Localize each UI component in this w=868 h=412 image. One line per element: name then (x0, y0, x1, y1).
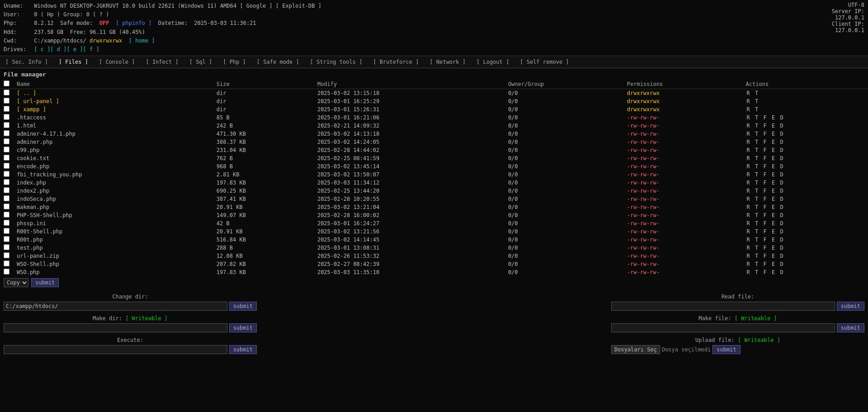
read-file-submit[interactable]: submit (837, 302, 864, 311)
action-e[interactable]: E (772, 147, 775, 153)
action-r[interactable]: R (747, 228, 750, 235)
file-name[interactable]: encode.php (13, 162, 213, 170)
row-checkbox[interactable] (4, 212, 9, 218)
action-t[interactable]: T (755, 188, 758, 194)
action-t[interactable]: T (755, 228, 758, 235)
select-all-checkbox[interactable] (4, 81, 9, 86)
action-t[interactable]: T (755, 106, 758, 113)
action-t[interactable]: T (755, 163, 758, 170)
action-t[interactable]: T (755, 139, 758, 145)
action-e[interactable]: E (772, 245, 775, 251)
file-perms[interactable]: -rw-rw-rw- (623, 146, 742, 154)
row-checkbox[interactable] (4, 147, 9, 152)
action-f[interactable]: F (764, 180, 767, 186)
file-perms[interactable]: -rw-rw-rw- (623, 227, 742, 236)
row-checkbox[interactable] (4, 138, 9, 144)
action-r[interactable]: R (747, 114, 750, 121)
action-d[interactable]: D (780, 245, 783, 251)
action-r[interactable]: R (747, 245, 750, 251)
action-d[interactable]: D (780, 228, 783, 235)
row-checkbox[interactable] (4, 90, 9, 95)
nav-bruteforce[interactable]: [ Bruteforce ] (368, 58, 424, 66)
file-perms[interactable]: drwxrwxrwx (623, 97, 742, 105)
action-e[interactable]: E (772, 188, 775, 194)
action-f[interactable]: F (764, 253, 767, 259)
action-e[interactable]: E (772, 131, 775, 137)
execute-submit[interactable]: submit (229, 345, 257, 354)
read-file-input[interactable] (611, 302, 835, 311)
nav-infect[interactable]: [ Infect ] (140, 58, 184, 66)
cwd-perms[interactable]: drwxrwxrwx (90, 38, 122, 44)
row-checkbox[interactable] (4, 130, 9, 136)
action-r[interactable]: R (747, 253, 750, 259)
action-t[interactable]: T (755, 123, 758, 129)
action-t[interactable]: T (755, 90, 758, 96)
action-r[interactable]: R (747, 90, 750, 96)
action-t[interactable]: T (755, 196, 758, 202)
row-checkbox[interactable] (4, 114, 9, 120)
file-name[interactable]: [ .. ] (13, 89, 213, 98)
row-checkbox[interactable] (4, 122, 9, 128)
file-name[interactable]: adminer.php (13, 138, 213, 146)
file-perms[interactable]: -rw-rw-rw- (623, 203, 742, 211)
file-perms[interactable]: -rw-rw-rw- (623, 244, 742, 252)
row-checkbox[interactable] (4, 163, 9, 169)
file-name[interactable]: 1.html (13, 122, 213, 130)
make-file-submit[interactable]: submit (837, 323, 864, 332)
change-dir-submit[interactable]: submit (229, 302, 257, 311)
action-t[interactable]: T (755, 220, 758, 227)
action-r[interactable]: R (747, 123, 750, 129)
file-perms[interactable]: -rw-rw-rw- (623, 154, 742, 162)
action-r[interactable]: R (747, 131, 750, 137)
action-r[interactable]: R (747, 237, 750, 243)
action-d[interactable]: D (780, 123, 783, 129)
action-e[interactable]: E (772, 196, 775, 202)
file-perms[interactable]: drwxrwxrwx (623, 89, 742, 98)
action-t[interactable]: T (755, 114, 758, 121)
action-r[interactable]: R (747, 269, 750, 275)
file-perms[interactable]: -rw-rw-rw- (623, 122, 742, 130)
file-perms[interactable]: -rw-rw-rw- (623, 260, 742, 268)
row-checkbox[interactable] (4, 187, 9, 193)
action-r[interactable]: R (747, 196, 750, 202)
file-name[interactable]: c99.php (13, 146, 213, 154)
action-d[interactable]: D (780, 147, 783, 153)
row-checkbox[interactable] (4, 171, 9, 177)
file-name[interactable]: WSO.php (13, 268, 213, 276)
action-t[interactable]: T (755, 253, 758, 259)
row-checkbox[interactable] (4, 155, 9, 161)
nav-php[interactable]: [ Php ] (217, 58, 251, 66)
file-perms[interactable]: -rw-rw-rw- (623, 211, 742, 219)
action-f[interactable]: F (764, 245, 767, 251)
action-t[interactable]: T (755, 155, 758, 161)
action-f[interactable]: F (764, 188, 767, 194)
nav-safe-mode[interactable]: [ Safe mode ] (251, 58, 305, 66)
upload-submit[interactable]: submit (712, 345, 740, 354)
file-name[interactable]: R00t-Shell.php (13, 227, 213, 236)
action-d[interactable]: D (780, 196, 783, 202)
file-name[interactable]: [ xampp ] (13, 105, 213, 114)
action-r[interactable]: R (747, 204, 750, 210)
action-r[interactable]: R (747, 163, 750, 170)
action-f[interactable]: F (764, 228, 767, 235)
action-e[interactable]: E (772, 253, 775, 259)
action-e[interactable]: E (772, 171, 775, 178)
action-f[interactable]: F (764, 147, 767, 153)
file-perms[interactable]: -rw-rw-rw- (623, 187, 742, 195)
row-checkbox[interactable] (4, 252, 9, 258)
file-name[interactable]: cookie.txt (13, 154, 213, 162)
row-checkbox[interactable] (4, 236, 9, 242)
file-perms[interactable]: -rw-rw-rw- (623, 130, 742, 138)
action-t[interactable]: T (755, 269, 758, 275)
row-checkbox[interactable] (4, 260, 9, 266)
nav-sql[interactable]: [ Sql ] (184, 58, 218, 66)
file-name[interactable]: makman.php (13, 203, 213, 211)
row-checkbox[interactable] (4, 195, 9, 201)
action-e[interactable]: E (772, 212, 775, 218)
action-d[interactable]: D (780, 188, 783, 194)
action-e[interactable]: E (772, 139, 775, 145)
action-d[interactable]: D (780, 131, 783, 137)
action-t[interactable]: T (755, 261, 758, 267)
action-e[interactable]: E (772, 114, 775, 121)
file-perms[interactable]: -rw-rw-rw- (623, 138, 742, 146)
